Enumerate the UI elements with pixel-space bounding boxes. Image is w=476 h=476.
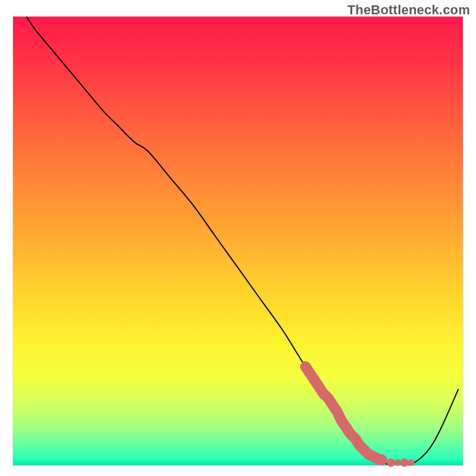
highlight-dot: [387, 459, 395, 467]
highlight-dot: [408, 459, 415, 466]
chart-svg: [0, 0, 476, 476]
highlight-dot: [400, 459, 409, 467]
chart-stage: { "watermark": "TheBottleneck.com", "col…: [0, 0, 476, 476]
highlight-dot: [394, 459, 401, 466]
watermark-text: TheBottleneck.com: [347, 2, 470, 18]
